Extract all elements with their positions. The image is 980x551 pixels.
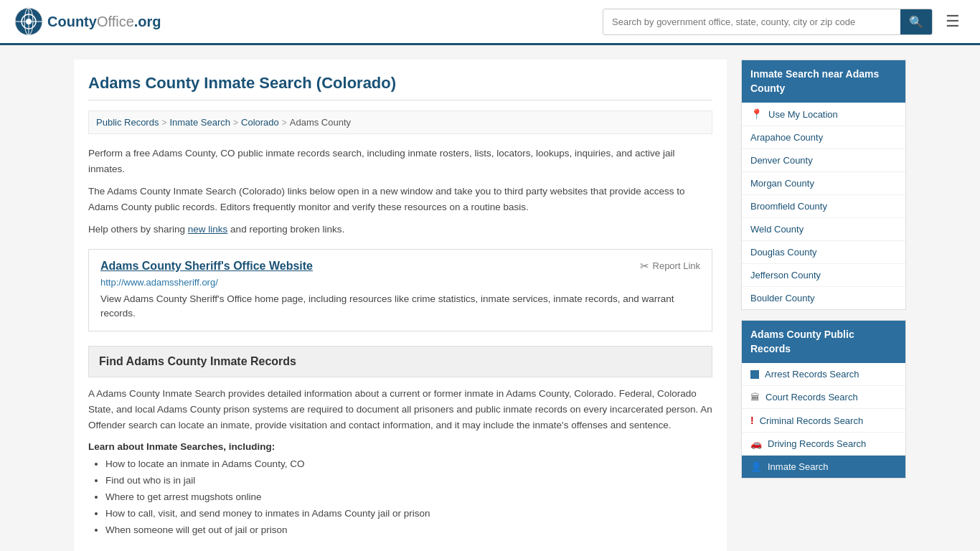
criminal-icon: ! [750, 415, 754, 426]
breadcrumb: Public Records > Inmate Search > Colorad… [88, 110, 712, 134]
find-description: A Adams County Inmate Search provides de… [88, 386, 712, 433]
sheriff-description: View Adams County Sheriff's Office home … [100, 292, 700, 321]
sidebar-item-weld[interactable]: Weld County [742, 218, 905, 241]
new-links-link[interactable]: new links [188, 224, 228, 235]
logo: CountyOffice.org [14, 7, 161, 36]
criminal-records-link[interactable]: Criminal Records Search [760, 415, 864, 426]
svg-point-5 [26, 19, 32, 24]
search-button[interactable]: 🔍 [900, 9, 932, 34]
nearby-section: Inmate Search near Adams County 📍 Use My… [741, 60, 906, 310]
jefferson-county-link[interactable]: Jefferson County [750, 270, 897, 281]
inmate-search-link[interactable]: Inmate Search [768, 461, 829, 472]
sidebar-item-broomfield[interactable]: Broomfield County [742, 195, 905, 218]
breadcrumb-public-records[interactable]: Public Records [96, 117, 159, 128]
main-content: Adams County Inmate Search (Colorado) Pu… [74, 60, 727, 551]
breadcrumb-sep-3: > [282, 118, 287, 128]
header-right: 🔍 ☰ [603, 9, 966, 35]
sidebar-item-morgan[interactable]: Morgan County [742, 172, 905, 195]
breadcrumb-inmate-search[interactable]: Inmate Search [169, 117, 230, 128]
breadcrumb-sep-1: > [161, 118, 166, 128]
sidebar-item-court[interactable]: 🏛 Court Records Search [742, 386, 905, 409]
sheriff-url[interactable]: http://www.adamssheriff.org/ [100, 277, 700, 288]
list-item: When someone will get out of jail or pri… [105, 522, 712, 539]
arrest-icon [750, 370, 759, 379]
list-item: How to locate an inmate in Adams County,… [105, 456, 712, 473]
list-item: How to call, visit, and send money to in… [105, 506, 712, 522]
use-my-location-link[interactable]: Use My Location [768, 109, 897, 120]
court-icon: 🏛 [750, 392, 760, 402]
page-title: Adams County Inmate Search (Colorado) [88, 74, 712, 100]
sidebar-item-boulder[interactable]: Boulder County [742, 287, 905, 309]
logo-text: CountyOffice.org [47, 14, 161, 30]
boulder-county-link[interactable]: Boulder County [750, 293, 897, 303]
sidebar-item-arrest[interactable]: Arrest Records Search [742, 363, 905, 386]
driving-icon: 🚗 [750, 438, 762, 449]
sidebar-item-denver[interactable]: Denver County [742, 149, 905, 172]
sidebar-item-driving[interactable]: 🚗 Driving Records Search [742, 433, 905, 456]
sidebar-item-jefferson[interactable]: Jefferson County [742, 264, 905, 287]
report-link-label: Report Link [653, 260, 700, 271]
header: CountyOffice.org 🔍 ☰ [0, 0, 980, 45]
sidebar-item-location[interactable]: 📍 Use My Location [742, 103, 905, 126]
find-section-header: Find Adams County Inmate Records [88, 346, 712, 377]
morgan-county-link[interactable]: Morgan County [750, 178, 897, 189]
court-records-link[interactable]: Court Records Search [765, 392, 858, 402]
list-item: Where to get arrest mugshots online [105, 489, 712, 506]
list-item: Find out who is in jail [105, 473, 712, 489]
nearby-header: Inmate Search near Adams County [742, 60, 905, 103]
breadcrumb-current: Adams County [290, 117, 351, 128]
find-heading: Find Adams County Inmate Records [99, 355, 702, 368]
intro-text-3: Help others by sharing new links and rep… [88, 222, 712, 237]
sidebar-item-douglas[interactable]: Douglas County [742, 241, 905, 264]
broomfield-county-link[interactable]: Broomfield County [750, 201, 897, 212]
logo-icon [14, 7, 43, 36]
sidebar-item-criminal[interactable]: ! Criminal Records Search [742, 409, 905, 433]
sidebar-item-arapahoe[interactable]: Arapahoe County [742, 126, 905, 149]
sheriff-title[interactable]: Adams County Sheriff's Office Website [100, 260, 313, 273]
main-container: Adams County Inmate Search (Colorado) Pu… [60, 45, 920, 551]
arrest-records-link[interactable]: Arrest Records Search [765, 369, 859, 380]
intro-text-2: The Adams County Inmate Search (Colorado… [88, 184, 712, 215]
records-header: Adams County Public Records [742, 321, 905, 363]
search-bar: 🔍 [603, 9, 933, 35]
report-link-button[interactable]: ✂ Report Link [640, 260, 700, 273]
inmate-icon: 👤 [750, 461, 762, 472]
bullet-list: How to locate an inmate in Adams County,… [105, 456, 712, 539]
location-icon: 📍 [750, 108, 763, 120]
scissors-icon: ✂ [640, 260, 649, 273]
menu-button[interactable]: ☰ [940, 9, 966, 34]
douglas-county-link[interactable]: Douglas County [750, 247, 897, 258]
driving-records-link[interactable]: Driving Records Search [768, 438, 866, 449]
breadcrumb-colorado[interactable]: Colorado [241, 117, 279, 128]
breadcrumb-sep-2: > [233, 118, 238, 128]
arapahoe-county-link[interactable]: Arapahoe County [750, 132, 897, 143]
denver-county-link[interactable]: Denver County [750, 155, 897, 166]
sidebar-item-inmate[interactable]: 👤 Inmate Search [742, 456, 905, 478]
sidebar: Inmate Search near Adams County 📍 Use My… [741, 60, 906, 551]
intro-text-1: Perform a free Adams County, CO public i… [88, 146, 712, 176]
records-section: Adams County Public Records Arrest Recor… [741, 320, 906, 479]
link-card-header: Adams County Sheriff's Office Website ✂ … [100, 260, 700, 273]
weld-county-link[interactable]: Weld County [750, 224, 897, 235]
learn-title: Learn about Inmate Searches, including: [88, 441, 712, 452]
sheriff-link-card: Adams County Sheriff's Office Website ✂ … [88, 249, 712, 332]
search-input[interactable] [603, 11, 900, 33]
